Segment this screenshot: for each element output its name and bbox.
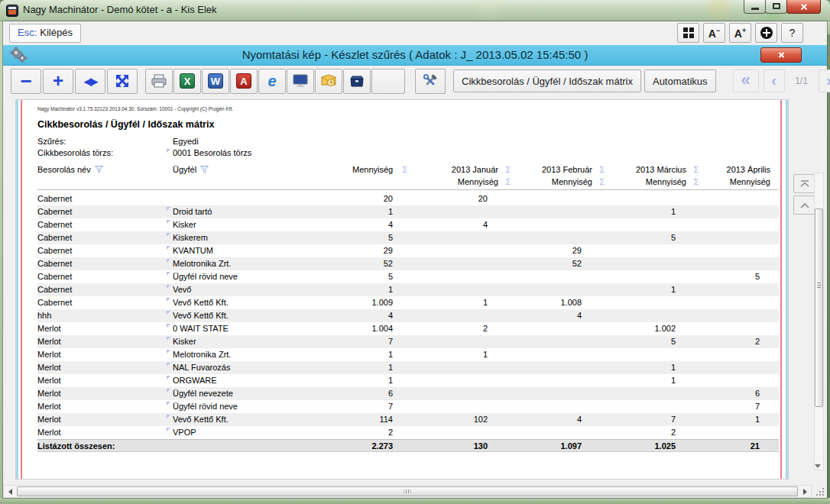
export-pdf-button[interactable]: A bbox=[230, 69, 258, 94]
table-row[interactable]: CabernetKVANTUM2929 bbox=[37, 244, 779, 257]
vertical-scrollbar[interactable] bbox=[814, 173, 824, 470]
cell-quantity: 7 bbox=[352, 335, 393, 348]
navigate-button[interactable] bbox=[755, 23, 777, 43]
table-row[interactable]: CabernetKisker44 bbox=[37, 218, 779, 231]
layout-grid-button[interactable] bbox=[677, 23, 699, 43]
cell-quantity: 4 bbox=[352, 309, 393, 322]
export-html-button[interactable]: e bbox=[258, 69, 286, 94]
sigma-icon[interactable]: Σ bbox=[498, 176, 518, 188]
cell-name: Cabernet bbox=[37, 296, 173, 309]
scroll-up-button[interactable] bbox=[793, 195, 816, 215]
first-page-button[interactable]: « bbox=[733, 69, 759, 92]
display-button[interactable] bbox=[287, 69, 314, 94]
sigma-icon[interactable]: Σ bbox=[592, 163, 612, 176]
cell-name: Cabernet bbox=[37, 270, 173, 283]
minimize-button[interactable] bbox=[744, 0, 766, 14]
cell-quantity: 1.004 bbox=[352, 322, 393, 335]
zoom-out-button[interactable]: − bbox=[11, 69, 41, 94]
master-value[interactable]: 0001 Besorolás törzs bbox=[173, 147, 779, 159]
font-decrease-button[interactable]: A− bbox=[703, 23, 725, 43]
cell-month-quantity bbox=[612, 400, 686, 413]
prev-page-button[interactable]: ‹ bbox=[764, 69, 785, 92]
fit-width-icon: ◀▶ bbox=[84, 76, 96, 87]
horizontal-scrollbar-thumb[interactable] bbox=[17, 486, 798, 496]
cell-customer: Kiskerem bbox=[173, 231, 352, 244]
table-row[interactable]: MerlotÜgyfél nevezete66 bbox=[37, 387, 779, 400]
send-email-button[interactable] bbox=[315, 69, 342, 94]
cell-month-quantity: 5 bbox=[706, 270, 770, 283]
table-row[interactable]: CabernetÜgyfél rövid neve55 bbox=[37, 270, 779, 283]
table-row[interactable]: MerlotÜgyfél rövid neve77 bbox=[37, 400, 779, 413]
exit-button[interactable]: Esc:Kilépés bbox=[9, 24, 81, 43]
table-row[interactable]: CabernetVevő11 bbox=[37, 283, 779, 296]
fit-page-button[interactable] bbox=[107, 69, 138, 94]
cell-month-quantity bbox=[417, 400, 498, 413]
scroll-top-button[interactable] bbox=[793, 174, 816, 193]
cell-month-quantity bbox=[706, 192, 770, 205]
close-button[interactable] bbox=[786, 0, 821, 14]
vertical-scrollbar-thumb[interactable] bbox=[815, 208, 823, 407]
table-row[interactable]: MerlotNAL Fuvarozás11 bbox=[37, 361, 779, 374]
preview-area: Nagy Machinátor v3.1.75.32123 2013.04.30… bbox=[3, 96, 827, 484]
total-month-quantity: 21 bbox=[706, 440, 770, 453]
export-excel-button[interactable]: X bbox=[173, 69, 201, 94]
cell-month-quantity bbox=[518, 400, 592, 413]
window-titlebar[interactable]: Nagy Machinátor - Demó kötet - a - Kis E… bbox=[0, 0, 830, 21]
window-resize-grip[interactable] bbox=[812, 485, 827, 498]
archive-button[interactable] bbox=[343, 69, 371, 94]
cell-month-quantity: 2 bbox=[417, 322, 498, 335]
table-row[interactable]: CabernetVevő Kettő Kft.1.00911.008 bbox=[37, 296, 779, 309]
sigma-icon[interactable]: Σ bbox=[393, 163, 417, 176]
table-row[interactable]: hhhVevő Kettő Kft.44 bbox=[37, 309, 779, 322]
report-content: Nagy Machinátor v3.1.75.32123 2013.04.30… bbox=[22, 100, 779, 479]
sigma-icon[interactable]: Σ bbox=[498, 163, 518, 176]
filter-icon[interactable] bbox=[200, 164, 209, 176]
scroll-down-arrow-icon[interactable] bbox=[815, 464, 821, 468]
table-row[interactable]: CabernetDroid tartó11 bbox=[37, 205, 779, 218]
table-row[interactable]: MerlotKisker752 bbox=[37, 335, 779, 348]
table-row[interactable]: MerlotVevő Kettő Kft.114102471 bbox=[37, 413, 779, 426]
cell-customer: Vevő Kettő Kft. bbox=[173, 413, 352, 426]
page-margin-red-right bbox=[780, 100, 782, 479]
blank-button[interactable] bbox=[371, 69, 405, 94]
next-page-button[interactable]: › bbox=[819, 69, 830, 92]
report-selector-button[interactable]: Cikkbesorolás / Ügyfél / Időszak mátrix bbox=[453, 69, 641, 92]
zoom-in-button[interactable]: + bbox=[43, 69, 73, 94]
table-row[interactable]: MerlotMelotronika Zrt.11 bbox=[37, 348, 779, 361]
font-increase-button[interactable]: A+ bbox=[729, 23, 751, 43]
column-subheader-quantity: Mennyiség bbox=[612, 176, 686, 188]
dialog-close-button[interactable] bbox=[760, 47, 802, 63]
fit-width-button[interactable]: ◀▶ bbox=[75, 69, 105, 94]
table-row[interactable]: Cabernet2020 bbox=[37, 192, 779, 205]
cell-month-quantity: 52 bbox=[518, 257, 592, 270]
dialog-close-icon bbox=[777, 50, 786, 60]
cell-customer: Ügyfél nevezete bbox=[173, 387, 352, 400]
table-row[interactable]: MerlotVPOP22 bbox=[37, 426, 779, 439]
cell-name: Cabernet bbox=[37, 192, 173, 205]
table-row[interactable]: CabernetKiskerem55 bbox=[37, 231, 779, 244]
table-row[interactable]: MerlotORGWARE11 bbox=[37, 374, 779, 387]
scroll-right-button[interactable] bbox=[799, 486, 811, 497]
filter-label: Szűrés: bbox=[37, 136, 173, 147]
cell-customer: KVANTUM bbox=[173, 244, 352, 257]
settings-button[interactable] bbox=[415, 69, 446, 94]
header-separator bbox=[37, 189, 779, 190]
sigma-icon[interactable]: Σ bbox=[592, 176, 612, 188]
filter-icon[interactable] bbox=[95, 164, 103, 176]
cell-month-quantity bbox=[612, 296, 686, 309]
maximize-button[interactable] bbox=[765, 0, 787, 14]
export-word-button[interactable]: W bbox=[202, 69, 229, 94]
table-row[interactable]: CabernetMelotronika Zrt.5252 bbox=[37, 257, 779, 270]
scroll-left-button[interactable] bbox=[4, 486, 16, 497]
internet-explorer-icon: e bbox=[267, 73, 276, 90]
help-button[interactable]: ? bbox=[781, 23, 803, 43]
exit-key-label: Esc: bbox=[18, 27, 37, 38]
print-button[interactable] bbox=[145, 69, 173, 94]
scroll-right-arrow-icon bbox=[803, 489, 807, 495]
automatic-button[interactable]: Automatikus bbox=[644, 69, 716, 92]
sigma-icon[interactable]: Σ bbox=[686, 163, 706, 176]
sigma-icon[interactable]: Σ bbox=[686, 176, 706, 188]
horizontal-scrollbar[interactable] bbox=[3, 485, 812, 498]
cell-quantity: 1 bbox=[352, 374, 393, 387]
table-row[interactable]: Merlot0 WAIT STATE1.00421.002 bbox=[37, 322, 779, 335]
